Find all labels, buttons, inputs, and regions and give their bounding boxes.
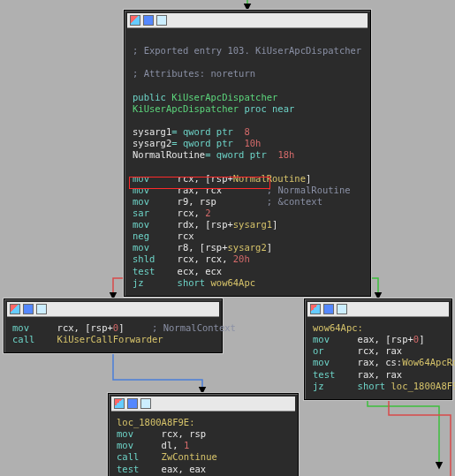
text-icon[interactable] bbox=[36, 304, 47, 314]
comment: ; Attributes: noreturn bbox=[133, 68, 255, 79]
hex-icon[interactable] bbox=[323, 304, 334, 314]
code-block: ; Exported entry 103. KiUserApcDispatche… bbox=[127, 31, 368, 293]
hex-icon[interactable] bbox=[23, 304, 34, 314]
hex-icon[interactable] bbox=[143, 15, 154, 26]
graph-node-main[interactable]: ; Exported entry 103. KiUserApcDispatche… bbox=[124, 10, 371, 297]
color-icon[interactable] bbox=[310, 304, 321, 314]
code-block: loc_1800A8F9E: mov rcx, rsp mov dl, 1 ca… bbox=[111, 414, 295, 476]
text-icon[interactable] bbox=[337, 304, 347, 314]
label: loc_1800A8F9E: bbox=[117, 417, 195, 427]
text-icon[interactable] bbox=[140, 398, 151, 409]
node-titlebar bbox=[111, 397, 295, 412]
color-icon[interactable] bbox=[114, 398, 125, 409]
comment: ; Exported entry 103. KiUserApcDispatche… bbox=[133, 45, 361, 56]
color-icon[interactable] bbox=[130, 15, 140, 26]
highlight-box bbox=[129, 177, 270, 189]
code-block: mov rcx, [rsp+0] ; NormalContext call Ki… bbox=[7, 320, 219, 350]
node-titlebar bbox=[127, 13, 368, 28]
node-titlebar bbox=[7, 302, 219, 317]
label: wow64Apc: bbox=[313, 322, 363, 333]
node-titlebar bbox=[307, 302, 449, 317]
color-icon[interactable] bbox=[10, 304, 20, 314]
graph-node-left[interactable]: mov rcx, [rsp+0] ; NormalContext call Ki… bbox=[4, 298, 223, 353]
hex-icon[interactable] bbox=[127, 398, 138, 409]
text-icon[interactable] bbox=[156, 15, 167, 26]
code-block: wow64Apc: mov eax, [rsp+0] or rcx, rax m… bbox=[307, 320, 449, 397]
graph-node-right[interactable]: wow64Apc: mov eax, [rsp+0] or rcx, rax m… bbox=[304, 298, 452, 400]
graph-node-bottom[interactable]: loc_1800A8F9E: mov rcx, rsp mov dl, 1 ca… bbox=[108, 393, 299, 476]
